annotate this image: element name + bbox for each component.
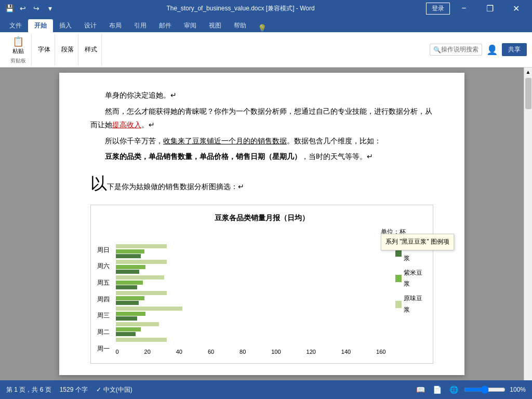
close-button[interactable]: ✕ [504, 0, 528, 17]
bar-zhouliu-heidou [116, 270, 139, 274]
legend-zimi-color [395, 275, 402, 282]
word-count: 1529 个字 [60, 385, 88, 394]
tooltip-text: 系列 "黑豆豆浆" 图例项 [385, 238, 449, 245]
ribbon-group-styles: 样式 [81, 34, 102, 65]
ribbon-group-para: 段落 [57, 34, 78, 65]
share-area: 🔍 操作说明搜索 👤 共享 [430, 43, 527, 56]
tab-design[interactable]: 设计 [78, 19, 103, 32]
legend-zimi: 紫米豆浆 [395, 268, 427, 290]
x-label-5: 100 [271, 347, 281, 357]
y-label-0: 周日 [97, 245, 112, 256]
search-icon: 🔍 [433, 46, 441, 54]
zoom-slider[interactable] [464, 385, 506, 394]
tab-insert[interactable]: 插入 [53, 19, 78, 32]
user-icon: 👤 [486, 44, 498, 56]
para-group-content: 段落 [61, 45, 74, 54]
chart-body: 周日 周六 周五 周四 周三 周二 周一 [97, 242, 427, 357]
chart-x-labels: 0 20 40 60 80 100 120 140 160 [116, 346, 386, 357]
y-label-2: 周五 [97, 277, 112, 289]
styles-group-content: 样式 [85, 45, 97, 54]
undo-icon[interactable]: ↩ [18, 3, 28, 14]
titlebar-title: The_story_of_business_value.docx [兼容模式] … [55, 4, 426, 13]
bar-zhouer-zimi [116, 327, 141, 331]
scroll-up-arrow[interactable]: ▲ [524, 68, 533, 76]
tab-file[interactable]: 文件 [3, 19, 28, 32]
statusbar-right: 📖 📄 🌐 100% [414, 383, 526, 396]
bar-zhouri-zimi [116, 249, 144, 254]
ribbon-commands: 📋 粘贴 剪贴板 字体 段落 样式 🔍 操作说明搜索 👤 共享 [0, 32, 532, 68]
y-label-4: 周三 [97, 310, 112, 322]
tab-home[interactable]: 开始 [28, 19, 53, 32]
tab-help[interactable]: 帮助 [228, 19, 252, 32]
x-label-4: 80 [240, 347, 246, 357]
x-label-2: 40 [176, 347, 182, 357]
bold-text: 豆浆的品类，单品销售数量，单品价格，销售日期（星期几） [105, 152, 301, 161]
y-label-6: 周一 [97, 343, 112, 355]
ribbon: 文件 开始 插入 设计 布局 引用 邮件 审阅 视图 帮助 💡 📋 粘贴 剪贴板… [0, 17, 532, 68]
proofread-icon: ✓ [96, 386, 101, 393]
paste-label: 粘贴 [12, 47, 24, 55]
clipboard-label: 剪贴板 [10, 57, 26, 64]
scrollbar-right[interactable]: ▲ [524, 68, 532, 380]
customize-icon[interactable]: ▾ [45, 3, 55, 14]
chart-svg-area: 0 20 40 60 80 100 120 140 160 [116, 242, 386, 357]
bar-zhouri-yuanwei [116, 244, 167, 248]
ribbon-group-font: 字体 [34, 34, 55, 65]
print-layout-icon[interactable]: 📄 [431, 383, 443, 396]
bar-zhouwu-heidou [116, 285, 137, 289]
bar-zhouwu-yuanwei [116, 275, 164, 280]
y-label-5: 周二 [97, 327, 112, 338]
bar-zhouyi-yuanwei [116, 338, 167, 342]
tab-view[interactable]: 视图 [203, 19, 228, 32]
legend-yuanwei-color [395, 301, 402, 308]
tab-references[interactable]: 引用 [128, 19, 153, 32]
search-box[interactable]: 🔍 操作说明搜索 [430, 44, 482, 56]
tab-mailings[interactable]: 邮件 [153, 19, 178, 32]
font-group-content: 字体 [38, 45, 50, 54]
share-button[interactable]: 共享 [502, 43, 527, 56]
underline-text: 收集来了豆浆铺近一个月的的销售数据 [163, 137, 287, 145]
paragraph-5: 以下是你为姑娘做的销售数据分析图摘选：↵ [90, 168, 433, 200]
titlebar-left: 💾 ↩ ↪ ▾ [4, 3, 55, 14]
paste-button[interactable]: 📋 粘贴 [9, 35, 27, 56]
tab-layout[interactable]: 布局 [103, 19, 128, 32]
ribbon-tabs: 文件 开始 插入 设计 布局 引用 邮件 审阅 视图 帮助 💡 [0, 17, 532, 32]
x-label-8: 160 [376, 347, 385, 357]
paragraph-2: 然而，怎么才能获得她的青睐呢？你作为一个数据分析师，想通过自己的专业技能，进行数… [90, 104, 433, 132]
bar-zhouliu-zimi [116, 265, 145, 269]
lightbulb-icon: 💡 [258, 24, 267, 32]
chart-title: 豆浆各品类销量月报（日均） [97, 211, 427, 224]
chart-container: 豆浆各品类销量月报（日均） 单位：杯 周日 周六 周五 周四 周三 周二 周一 [90, 205, 433, 364]
statusbar: 第 1 页，共 6 页 1529 个字 ✓ 中文(中国) 📖 📄 🌐 100% [0, 380, 532, 399]
chart-y-labels: 周日 周六 周五 周四 周三 周二 周一 [97, 242, 112, 357]
large-char: 以 [90, 174, 107, 193]
bar-zhousi-heidou [116, 301, 139, 305]
search-placeholder: 操作说明搜索 [441, 45, 478, 54]
bar-zhousi-zimi [116, 296, 144, 300]
login-button[interactable]: 登录 [426, 3, 450, 15]
titlebar: 💾 ↩ ↪ ▾ The_story_of_business_value.docx… [0, 0, 532, 17]
bar-zhousan-zimi [116, 312, 145, 316]
restore-button[interactable]: ❐ [478, 0, 502, 17]
lang-info: ✓ 中文(中国) [96, 385, 132, 394]
tab-review[interactable]: 审阅 [178, 19, 203, 32]
web-layout-icon[interactable]: 🌐 [447, 383, 460, 396]
read-mode-icon[interactable]: 📖 [414, 383, 427, 396]
minimize-button[interactable]: − [452, 0, 476, 17]
bar-zhousan-heidou [116, 316, 137, 321]
bar-zhousi-yuanwei [116, 291, 167, 295]
paste-icon: 📋 [12, 36, 24, 47]
bar-chart [116, 242, 386, 346]
highlight-text: 提高收入 [112, 121, 141, 129]
save-icon[interactable]: 💾 [4, 3, 15, 14]
x-label-6: 120 [307, 347, 316, 357]
chart-legend: 黑豆豆浆 紫米豆浆 原味豆浆 [395, 242, 427, 357]
legend-yuanwei-label: 原味豆浆 [404, 293, 427, 315]
legend-heidou-color [395, 249, 402, 257]
bar-zhouer-yuanwei [116, 322, 159, 326]
redo-icon[interactable]: ↪ [31, 3, 42, 14]
scroll-thumb[interactable] [525, 78, 531, 109]
chart-unit: 单位：杯 [97, 227, 427, 238]
para5-suffix: 下是你为姑娘做的销售数据分析图摘选：↵ [107, 182, 244, 191]
bar-zhouer-heidou [116, 332, 136, 336]
